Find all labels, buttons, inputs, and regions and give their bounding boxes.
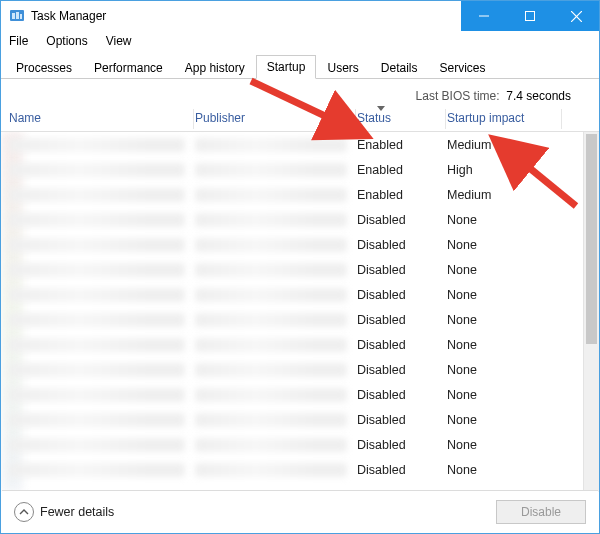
blurred-name <box>9 438 185 452</box>
table-row[interactable]: EnabledHigh <box>1 157 583 182</box>
window-controls <box>461 1 599 31</box>
blurred-name <box>9 163 185 177</box>
tab-processes[interactable]: Processes <box>5 56 83 79</box>
status-cell: Enabled <box>357 163 447 177</box>
impact-cell: None <box>447 463 547 477</box>
svg-rect-5 <box>526 12 535 21</box>
disable-button[interactable]: Disable <box>496 500 586 524</box>
blurred-publisher <box>195 263 347 277</box>
tab-startup[interactable]: Startup <box>256 55 317 79</box>
col-startup-impact[interactable]: Startup impact <box>447 111 547 125</box>
status-cell: Disabled <box>357 363 447 377</box>
bios-time: Last BIOS time: 7.4 seconds <box>1 79 599 107</box>
blurred-publisher <box>195 288 347 302</box>
impact-cell: None <box>447 388 547 402</box>
status-cell: Disabled <box>357 338 447 352</box>
table-row[interactable]: DisabledNone <box>1 232 583 257</box>
status-cell: Disabled <box>357 438 447 452</box>
tab-app-history[interactable]: App history <box>174 56 256 79</box>
blurred-publisher <box>195 388 347 402</box>
status-cell: Disabled <box>357 263 447 277</box>
blurred-publisher <box>195 463 347 477</box>
status-cell: Enabled <box>357 188 447 202</box>
tab-performance[interactable]: Performance <box>83 56 174 79</box>
status-cell: Disabled <box>357 388 447 402</box>
blurred-publisher <box>195 238 347 252</box>
impact-cell: None <box>447 438 547 452</box>
svg-rect-2 <box>16 12 19 19</box>
tab-services[interactable]: Services <box>429 56 497 79</box>
status-cell: Disabled <box>357 213 447 227</box>
impact-cell: None <box>447 363 547 377</box>
maximize-button[interactable] <box>507 1 553 31</box>
table-row[interactable]: DisabledNone <box>1 357 583 382</box>
table-row[interactable]: DisabledNone <box>1 307 583 332</box>
blurred-name <box>9 188 185 202</box>
impact-cell: None <box>447 413 547 427</box>
blurred-name <box>9 363 185 377</box>
impact-cell: None <box>447 288 547 302</box>
col-name[interactable]: Name <box>9 111 195 125</box>
blurred-name <box>9 388 185 402</box>
close-button[interactable] <box>553 1 599 31</box>
menu-file[interactable]: File <box>7 32 30 50</box>
startup-list: EnabledMediumEnabledHighEnabledMediumDis… <box>1 132 599 492</box>
blurred-name <box>9 463 185 477</box>
menu-options[interactable]: Options <box>44 32 89 50</box>
blurred-publisher <box>195 163 347 177</box>
blurred-publisher <box>195 413 347 427</box>
impact-cell: None <box>447 338 547 352</box>
col-publisher[interactable]: Publisher <box>195 111 357 125</box>
table-row[interactable]: DisabledNone <box>1 332 583 357</box>
fewer-details-button[interactable]: Fewer details <box>14 502 114 522</box>
table-row[interactable]: DisabledNone <box>1 407 583 432</box>
impact-cell: None <box>447 238 547 252</box>
impact-cell: Medium <box>447 188 547 202</box>
table-row[interactable]: DisabledNone <box>1 432 583 457</box>
blurred-name <box>9 413 185 427</box>
status-cell: Disabled <box>357 288 447 302</box>
status-cell: Enabled <box>357 138 447 152</box>
table-row[interactable]: DisabledNone <box>1 257 583 282</box>
vertical-scrollbar[interactable] <box>583 132 599 492</box>
tab-users[interactable]: Users <box>316 56 369 79</box>
table-row[interactable]: EnabledMedium <box>1 182 583 207</box>
blurred-publisher <box>195 138 347 152</box>
blurred-publisher <box>195 338 347 352</box>
col-status-label: Status <box>357 111 391 125</box>
bios-value: 7.4 seconds <box>506 89 571 103</box>
bios-label: Last BIOS time: <box>416 89 500 103</box>
blurred-name <box>9 338 185 352</box>
table-row[interactable]: DisabledNone <box>1 382 583 407</box>
table-row[interactable]: DisabledNone <box>1 457 583 482</box>
menu-view[interactable]: View <box>104 32 134 50</box>
menubar: File Options View <box>1 31 599 51</box>
blurred-publisher <box>195 188 347 202</box>
table-row[interactable]: DisabledNone <box>1 207 583 232</box>
svg-rect-3 <box>20 14 22 19</box>
impact-cell: None <box>447 213 547 227</box>
blurred-publisher <box>195 438 347 452</box>
app-icon <box>9 8 25 24</box>
sort-caret-icon <box>377 106 385 111</box>
impact-cell: None <box>447 313 547 327</box>
blurred-publisher <box>195 363 347 377</box>
minimize-button[interactable] <box>461 1 507 31</box>
col-status[interactable]: Status <box>357 111 447 125</box>
titlebar: Task Manager <box>1 1 599 31</box>
scrollbar-thumb[interactable] <box>586 134 597 344</box>
blurred-name <box>9 213 185 227</box>
impact-cell: None <box>447 263 547 277</box>
blurred-publisher <box>195 213 347 227</box>
status-cell: Disabled <box>357 238 447 252</box>
status-cell: Disabled <box>357 313 447 327</box>
column-headers: Name Publisher Status Startup impact <box>1 107 599 132</box>
impact-cell: High <box>447 163 547 177</box>
table-row[interactable]: DisabledNone <box>1 282 583 307</box>
table-row[interactable]: EnabledMedium <box>1 132 583 157</box>
blurred-name <box>9 238 185 252</box>
tabs: Processes Performance App history Startu… <box>1 55 599 79</box>
impact-cell: Medium <box>447 138 547 152</box>
status-cell: Disabled <box>357 463 447 477</box>
tab-details[interactable]: Details <box>370 56 429 79</box>
